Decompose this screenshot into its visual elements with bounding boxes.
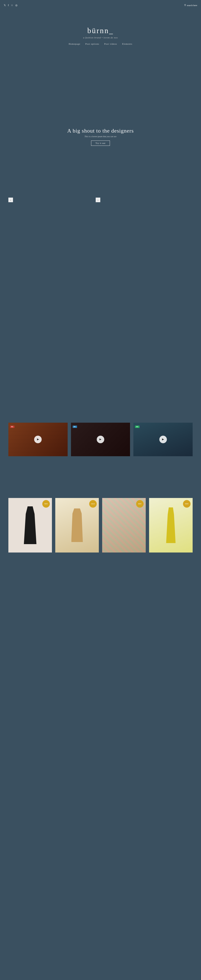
nav-homepage[interactable]: Homepage (69, 43, 81, 45)
video-1-image: ▶ 01 (8, 423, 68, 456)
product-4-badge: NEW (183, 500, 190, 508)
search-label[interactable]: search here (187, 4, 197, 6)
banner-title: A big shout to the designers (67, 128, 134, 134)
nav-elements[interactable]: Elements (122, 43, 132, 45)
product-1-image: NEW (8, 498, 52, 552)
latest-section: Latest stuff REMEMBER Remember the late … (0, 251, 201, 398)
video-1-badge: 01 (10, 426, 14, 428)
product-2-badge: SALE (89, 500, 97, 508)
nav-post-options[interactable]: Post options (85, 43, 99, 45)
facebook-icon[interactable]: f (8, 4, 9, 7)
banner-content: A big shout to the designers This is a l… (67, 128, 134, 146)
product-1-badge: NEW (42, 500, 50, 508)
hero-tagline: a fashion brand • lorem de nos (69, 36, 132, 39)
hero-content: bürnn_ a fashion brand • lorem de nos Ho… (69, 26, 132, 45)
play-button-2[interactable]: ▶ (97, 436, 104, 443)
play-button-1[interactable]: ▶ (34, 436, 42, 443)
product-3-image: HOT (102, 498, 146, 552)
banner-subtitle: This is a lorem ipsum that you can see (67, 135, 134, 138)
main-nav: Homepage Post options Post videos Elemen… (69, 43, 132, 45)
video-3-image: ▶ 01 (133, 423, 193, 456)
latest-item-3-image (9, 351, 67, 391)
video-3-badge: 01 (135, 426, 139, 428)
play-button-3[interactable]: ▶ (159, 436, 167, 443)
video-2-badge: 01 (73, 426, 77, 428)
product-3-badge: HOT (136, 500, 144, 508)
product-2-image: SALE (55, 498, 99, 552)
latest-item-3[interactable]: AWAY Get away from my love again and mor… (8, 350, 193, 391)
next-article-button[interactable]: › (96, 197, 100, 202)
hero-social-links: 𝕏 f ☆ ◎ (4, 4, 17, 7)
star-icon[interactable]: ☆ (11, 4, 13, 7)
instagram-icon[interactable]: ◎ (15, 4, 17, 7)
prev-article-button[interactable]: ‹ (8, 197, 13, 202)
banner-cta-button[interactable]: Try it out (91, 140, 110, 146)
video-2-image: ▶ 01 (71, 423, 130, 456)
hero-search-bar[interactable]: ⚲ search here (184, 4, 197, 6)
nav-post-videos[interactable]: Post videos (104, 43, 117, 45)
search-icon: ⚲ (184, 4, 186, 6)
twitter-icon[interactable]: 𝕏 (4, 4, 6, 7)
product-4-image: NEW (149, 498, 193, 552)
site-logo[interactable]: bürnn_ (69, 26, 132, 35)
